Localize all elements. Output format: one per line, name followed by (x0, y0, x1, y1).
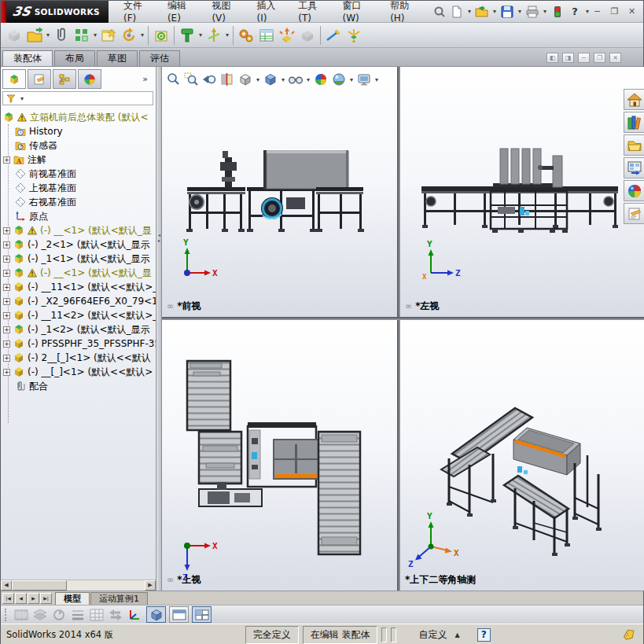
swap-views-icon[interactable] (107, 607, 124, 623)
viewport-vertical-splitter[interactable] (397, 67, 400, 591)
dropdown-icon[interactable]: ▾ (255, 76, 261, 83)
dropdown-icon[interactable]: ▾ (348, 76, 355, 83)
dropdown-icon[interactable]: ▾ (224, 31, 230, 39)
toolbar-grip[interactable] (5, 609, 7, 621)
splitter-arrows-icon[interactable]: ◂▸ (156, 232, 162, 243)
dropdown-icon[interactable]: ▾ (374, 76, 380, 83)
expand-icon[interactable]: + (3, 156, 10, 164)
menu-insert[interactable]: 插入(I) (255, 0, 287, 25)
tree-row-component[interactable]: + (-) 2__[_]<1> (默认<<默认 (1, 351, 156, 365)
scroll-right-icon[interactable]: ▶ (145, 580, 156, 591)
viewport-top[interactable]: X Z ∞ *上视 (162, 320, 397, 591)
tree-row-top-plane[interactable]: 上视基准面 (1, 181, 156, 195)
doc-close-button[interactable]: ✕ (609, 53, 621, 63)
featuremanager-tree-tab[interactable] (2, 69, 26, 89)
line-weights-icon[interactable] (69, 607, 86, 623)
tab-model[interactable]: 模型 (55, 592, 90, 605)
viewport-left[interactable]: Y Z X ∞ *左视 (400, 67, 644, 317)
four-viewport-button[interactable] (192, 606, 212, 623)
scrollbar-thumb[interactable] (12, 580, 67, 591)
tree-row-component[interactable]: + (-) _2<1> (默认<默认_显示 (1, 237, 156, 252)
custom-status[interactable]: 自定义 (418, 628, 447, 642)
expand-icon[interactable]: + (3, 241, 10, 248)
tab-motion-study[interactable]: 运动算例1 (90, 592, 148, 605)
tab-scroll-next-icon[interactable]: ▶ (28, 593, 39, 604)
open-document-icon[interactable] (474, 4, 490, 20)
pane-left-button[interactable]: ◧ (546, 53, 558, 63)
menu-edit[interactable]: 编辑(E) (165, 0, 201, 25)
viewport-horizontal-splitter[interactable] (162, 317, 644, 320)
display-style-button[interactable] (146, 606, 166, 623)
expand-icon[interactable]: + (3, 326, 10, 333)
dropdown-icon[interactable]: ▾ (45, 31, 51, 39)
insert-component-icon[interactable] (4, 25, 24, 46)
reference-geometry-icon[interactable] (204, 25, 224, 46)
view-settings-icon[interactable] (355, 71, 373, 88)
tree-horizontal-scrollbar[interactable]: ◀ ▶ (1, 580, 156, 591)
dropdown-icon[interactable]: ▾ (542, 8, 548, 15)
rotate-component-icon[interactable] (119, 25, 139, 46)
display-style-icon[interactable] (262, 71, 279, 88)
tab-scroll-first-icon[interactable]: |◀ (2, 593, 14, 604)
single-viewport-button[interactable] (169, 606, 189, 623)
new-motion-study-icon[interactable] (236, 25, 256, 46)
dropdown-icon[interactable]: ▾ (197, 31, 204, 39)
doc-minimize-button[interactable]: ─ (578, 53, 590, 63)
home-icon[interactable] (624, 89, 644, 110)
dropdown-icon[interactable]: ▾ (139, 31, 145, 39)
dropdown-icon[interactable]: ▾ (491, 8, 498, 15)
exploded-view-icon[interactable] (277, 25, 297, 46)
tab-evaluate[interactable]: 评估 (139, 50, 180, 66)
edit-appearance-icon[interactable] (312, 71, 329, 88)
layers-icon[interactable] (31, 607, 49, 623)
menu-view[interactable]: 视图(V) (209, 0, 245, 25)
tree-row-component[interactable]: + (-) __[_]<1> (默认<<默认> (1, 365, 156, 379)
displaymanager-tab[interactable] (78, 69, 101, 89)
propertymanager-tab[interactable] (28, 69, 51, 89)
spin-up-icon[interactable]: ▲ (454, 631, 459, 638)
minimize-button[interactable]: ─ (591, 6, 604, 18)
tree-filter-bar[interactable]: ▾ (2, 91, 153, 105)
linear-component-pattern-icon[interactable] (72, 25, 92, 46)
expand-icon[interactable]: + (3, 369, 10, 376)
status-help-button[interactable]: ? (477, 628, 491, 642)
dropdown-icon[interactable]: ▾ (92, 31, 98, 39)
scroll-left-icon[interactable]: ◀ (1, 580, 12, 591)
tree-row-history[interactable]: History (1, 124, 156, 138)
dropdown-icon[interactable]: ▾ (19, 95, 25, 102)
smart-fasteners-icon[interactable] (98, 25, 119, 46)
dropdown-icon[interactable]: ▾ (517, 8, 523, 15)
chevrons-icon[interactable]: » (142, 74, 154, 84)
tab-scroll-last-icon[interactable]: ▶| (40, 593, 52, 604)
reference-triad-icon[interactable] (126, 607, 143, 623)
dropdown-icon[interactable]: ▾ (280, 76, 286, 83)
design-library-icon[interactable] (624, 112, 644, 133)
expand-icon[interactable]: + (3, 284, 10, 291)
tree-row-annotations[interactable]: + A 注解 (1, 153, 156, 167)
expand-icon[interactable]: + (3, 298, 10, 305)
curvature-check-icon[interactable] (344, 25, 364, 46)
tree-row-mates[interactable]: 配合 (1, 379, 156, 393)
tree-row-component[interactable]: + (-) _X2_96F64EF6_X0_79<1> (1, 294, 156, 308)
dropdown-icon[interactable]: ▾ (584, 8, 591, 15)
tree-row-sensors[interactable]: 传感器 (1, 138, 156, 153)
instant3d-icon[interactable] (297, 25, 318, 46)
file-explorer-icon[interactable] (624, 134, 644, 156)
animation-icon[interactable] (13, 607, 30, 623)
tree-row-component[interactable]: + (-) __<1> (默认<默认_显 (1, 266, 156, 280)
print-icon[interactable] (524, 4, 540, 20)
apply-scene-icon[interactable] (330, 71, 348, 88)
custom-properties-icon[interactable] (624, 203, 644, 224)
tree-row-component[interactable]: + (-) __11<2> (默认<<默认>_ (1, 308, 156, 322)
sketch-icon[interactable] (323, 25, 344, 46)
search-icon[interactable] (432, 4, 447, 20)
tab-layout[interactable]: 布局 (54, 50, 95, 66)
assembly-features-icon[interactable] (177, 25, 197, 46)
expand-icon[interactable]: + (3, 312, 10, 319)
save-icon[interactable] (499, 4, 515, 20)
tree-row-component[interactable]: + (-) __<1> (默认<默认_显 (1, 223, 156, 237)
expand-icon[interactable]: + (3, 256, 10, 263)
menu-window[interactable]: 窗口(W) (340, 0, 379, 25)
mate-icon[interactable] (51, 25, 72, 46)
restore-button[interactable]: ❐ (608, 6, 621, 18)
